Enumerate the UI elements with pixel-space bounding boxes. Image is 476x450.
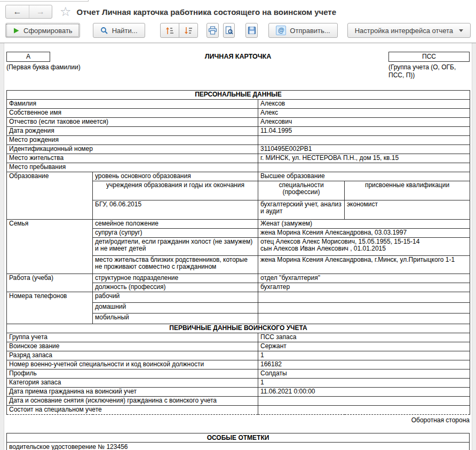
row-value: Сержант xyxy=(258,342,470,351)
row-label: структурное подразделение xyxy=(93,274,258,283)
education-group-label: Образование xyxy=(7,172,93,220)
row-value: Высшее образование xyxy=(258,172,470,181)
table-row: Собственное имяАлекс xyxy=(7,109,470,118)
row-value: Алексович xyxy=(258,118,470,127)
education-qualification: экономист xyxy=(345,200,470,220)
forward-icon[interactable]: → xyxy=(29,5,52,18)
row-label: Воинское звание xyxy=(7,342,258,351)
education-institution: БГУ, 06.06.2015 xyxy=(93,200,258,220)
row-value xyxy=(258,406,470,415)
education-speciality: бухгалтерский учет, анализ и аудит xyxy=(258,200,345,220)
personal-card-table: ПЕРСОНАЛЬНЫЕ ДАННЫЕ ФамилияАлексов Собст… xyxy=(6,90,470,415)
settings-label: Настройка интерфейса отчета xyxy=(355,27,453,35)
history-nav-group: ← → xyxy=(5,5,52,19)
preview-icon xyxy=(225,26,233,35)
education-col-qualification: присвоенные квалификации xyxy=(345,181,470,200)
table-row: Место пребывания xyxy=(7,163,470,172)
table-row: Отчество (если таковое имеется)Алексович xyxy=(7,118,470,127)
row-value xyxy=(258,292,470,303)
row-value: отец Алексов Алекс Морисович, 15.05.1955… xyxy=(258,238,470,256)
row-label: Разряд запаса xyxy=(7,351,258,360)
table-row: Образование уровень основного образовани… xyxy=(7,172,470,181)
row-value: отдел "бухгалтерия" xyxy=(258,274,470,283)
sort-desc-icon xyxy=(184,27,193,35)
row-label: домашний xyxy=(93,303,258,314)
table-row: Категория запаса1 xyxy=(7,379,470,388)
find-button[interactable]: Найти... xyxy=(93,23,145,38)
education-col-institution: учреждения образования и годы их окончан… xyxy=(93,181,258,200)
row-label: Профиль xyxy=(7,369,258,379)
sort-desc-button[interactable] xyxy=(179,23,198,38)
report-toolbar: Сформировать Найти... xyxy=(0,20,476,43)
row-value: ПСС запаса xyxy=(258,333,470,342)
section-header-row: ПЕРСОНАЛЬНЫЕ ДАННЫЕ xyxy=(7,91,470,100)
navigation-bar: ← → ☆ Отчет Личная карточка работника со… xyxy=(0,0,476,20)
preview-button[interactable] xyxy=(223,23,235,38)
row-label: Состоит на специальном учете xyxy=(7,406,258,415)
row-value xyxy=(258,303,470,314)
report-window: ← → ☆ Отчет Личная карточка работника со… xyxy=(0,0,476,450)
section-header-row: ПЕРВИЧНЫЕ ДАННЫЕ ВОИНСКОГО УЧЕТА xyxy=(7,324,470,333)
report-settings-dropdown[interactable]: Настройка интерфейса отчета xyxy=(347,23,471,38)
special-marks-table: ОСОБЫЕ ОТМЕТКИ водительское удостоверени… xyxy=(6,433,470,450)
sort-asc-button[interactable] xyxy=(160,23,179,38)
row-value xyxy=(258,163,470,172)
save-icon xyxy=(248,26,256,35)
table-row: Дата рождения11.04.1995 xyxy=(7,127,470,136)
row-value: Солдаты xyxy=(258,369,470,379)
generate-button-label: Сформировать xyxy=(23,27,73,35)
table-row: Дата и основание снятия (исключения) гра… xyxy=(7,397,470,406)
table-row: Место жительстваг. МИНСК, ул. НЕСТЕРОВА … xyxy=(7,154,470,163)
row-value: 166182 xyxy=(258,360,470,369)
row-label: Место рождения xyxy=(7,136,258,145)
row-value: 11.06.2021 0:00:00 xyxy=(258,388,470,397)
table-row: Номера телефонов рабочий xyxy=(7,292,470,303)
generate-button[interactable]: Сформировать xyxy=(5,23,80,38)
row-value: Алекс xyxy=(258,109,470,118)
row-value: 1 xyxy=(258,379,470,388)
row-value xyxy=(258,397,470,406)
right-margin-strip[interactable] xyxy=(472,43,476,450)
table-row: Дата приема гражданина на воинский учет1… xyxy=(7,388,470,397)
record-group-box: ПСС xyxy=(388,52,470,62)
row-label: Идентификационный номер xyxy=(7,145,258,154)
left-margin-strip xyxy=(0,43,4,450)
search-icon xyxy=(100,27,108,35)
row-value: Женат (замужем) xyxy=(258,220,470,229)
send-button-label: Отправить... xyxy=(290,27,330,35)
sort-button-group xyxy=(160,23,198,38)
card-header: А (Первая буква фамилии) ЛИЧНАЯ КАРТОЧКА… xyxy=(6,51,470,90)
row-label: семейное положение xyxy=(93,220,258,229)
print-button[interactable] xyxy=(207,23,219,38)
row-label: Группа учета xyxy=(7,333,258,342)
printer-icon xyxy=(208,26,217,35)
row-label: Место пребывания xyxy=(7,163,258,172)
surname-letter-caption: (Первая буква фамилии) xyxy=(6,63,81,71)
row-value: г. МИНСК, ул. НЕСТЕРОВА П.Н., дом 15, кв… xyxy=(258,154,470,163)
row-label: место жительства близких родственников, … xyxy=(93,256,258,274)
send-button[interactable]: @ Отправить... xyxy=(268,23,337,38)
row-value xyxy=(258,314,470,324)
table-row: Номер военно-учетной специальности и код… xyxy=(7,360,470,369)
record-group-caption: (Группа учета (О, ОГБ, ПСС, П)) xyxy=(388,63,470,79)
email-at-icon: @ xyxy=(276,26,286,35)
back-icon[interactable]: ← xyxy=(6,5,29,18)
save-button[interactable] xyxy=(245,23,258,38)
row-label: Собственное имя xyxy=(7,109,258,118)
row-label: Дата рождения xyxy=(7,127,258,136)
row-label: супруга (супруг) xyxy=(93,229,258,238)
row-label: должность (профессия) xyxy=(93,283,258,292)
row-value: 1 xyxy=(258,351,470,360)
star-outline-icon[interactable]: ☆ xyxy=(60,5,72,18)
personal-section-header: ПЕРСОНАЛЬНЫЕ ДАННЫЕ xyxy=(7,91,470,100)
education-col-speciality: специальности (профессии) xyxy=(258,181,345,200)
row-label: Фамилия xyxy=(7,100,258,109)
dropdown-caret-icon xyxy=(459,29,463,32)
section-header-row: ОСОБЫЕ ОТМЕТКИ xyxy=(7,433,470,443)
family-group-label: Семья xyxy=(7,220,93,274)
table-row: Группа учетаПСС запаса xyxy=(7,333,470,342)
table-row: Работа (учеба) структурное подразделение… xyxy=(7,274,470,283)
phones-group-label: Номера телефонов xyxy=(7,292,93,324)
row-label: Категория запаса xyxy=(7,379,258,388)
table-row: Разряд запаса1 xyxy=(7,351,470,360)
